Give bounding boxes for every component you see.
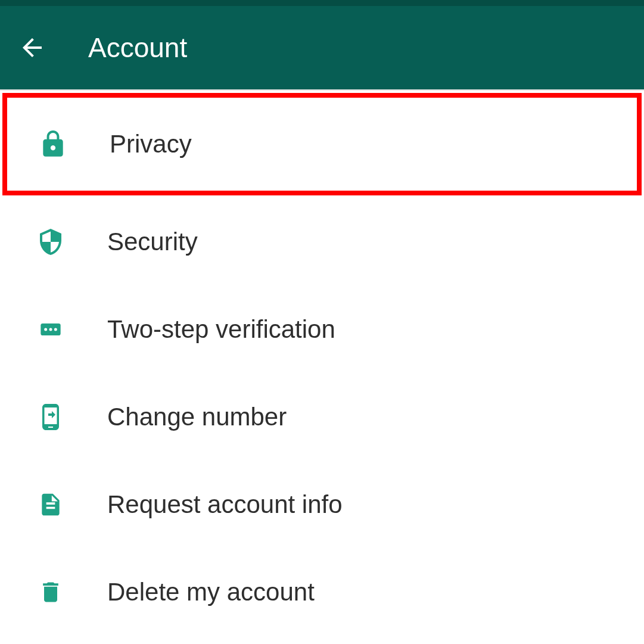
lock-icon (32, 123, 74, 165)
separator (0, 89, 644, 91)
menu-label: Two-step verification (107, 315, 335, 344)
menu-content: Privacy Security Two-step verification (0, 93, 644, 636)
menu-item-two-step[interactable]: Two-step verification (0, 285, 644, 373)
menu-label: Privacy (110, 130, 192, 158)
svg-point-1 (44, 328, 47, 331)
menu-label: Delete my account (107, 578, 315, 606)
trash-icon (30, 571, 71, 613)
page-title: Account (88, 32, 187, 64)
document-icon (30, 484, 71, 525)
menu-label: Security (107, 228, 198, 256)
back-arrow-icon (18, 33, 46, 62)
svg-point-2 (49, 328, 52, 331)
menu-label: Change number (107, 403, 287, 431)
menu-item-request-info[interactable]: Request account info (0, 461, 644, 548)
shield-icon (30, 221, 71, 263)
menu-item-security[interactable]: Security (0, 198, 644, 285)
svg-point-3 (54, 328, 57, 331)
status-bar (0, 0, 644, 6)
phone-change-icon (30, 396, 71, 438)
password-icon (30, 309, 71, 350)
menu-item-privacy[interactable]: Privacy (2, 93, 642, 195)
menu-item-change-number[interactable]: Change number (0, 373, 644, 461)
app-bar: Account (0, 6, 644, 89)
back-button[interactable] (18, 33, 46, 62)
menu-item-delete-account[interactable]: Delete my account (0, 548, 644, 636)
menu-label: Request account info (107, 490, 343, 519)
